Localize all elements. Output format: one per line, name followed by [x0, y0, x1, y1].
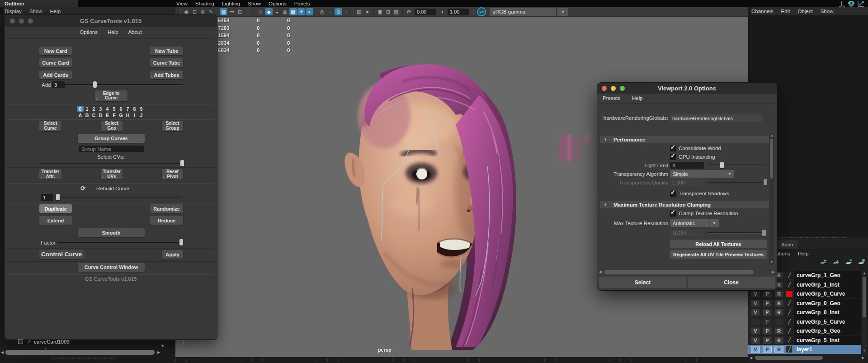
cursor-icon[interactable]: ➤ — [363, 8, 371, 15]
layer-swatch[interactable] — [786, 290, 793, 297]
rebuild-refresh-icon[interactable]: ⟳ — [80, 185, 85, 192]
playback-toggle[interactable]: P — [763, 309, 772, 316]
ambient-occlusion-icon[interactable]: ◎ — [318, 8, 326, 15]
grid-icon[interactable]: ▦ — [220, 8, 227, 15]
viewport-menu-item[interactable]: Shading — [195, 1, 214, 6]
layer-swatch[interactable]: ╱ — [786, 309, 793, 316]
paste-buffer-icon[interactable]: ⊞ — [384, 8, 392, 15]
factor-slider[interactable] — [57, 239, 182, 245]
curve-slot-F[interactable]: F — [111, 112, 118, 118]
copy-buffer-icon[interactable]: ▣ — [376, 8, 384, 15]
edge-to-curve-button[interactable]: Edge toCurve — [95, 90, 127, 101]
extend-button[interactable]: Extend — [39, 216, 72, 225]
select-button[interactable]: Select — [599, 277, 686, 288]
new-layer-from-selected-icon[interactable] — [857, 259, 866, 265]
layer-vscrollbar[interactable]: ▲ ▼ — [862, 271, 867, 354]
clamp-texture-checkbox[interactable]: ✓ — [670, 211, 676, 217]
visibility-toggle[interactable]: V — [751, 337, 760, 344]
curve-slot-C[interactable]: C — [91, 112, 97, 118]
layer-swatch[interactable]: ╱ — [786, 300, 793, 307]
scrollbar-thumb[interactable] — [604, 270, 754, 274]
add-tubes-button[interactable]: Add Tubes — [150, 71, 183, 79]
shadows-icon[interactable]: ◐ — [306, 8, 313, 15]
unused-toggle-icon[interactable]: ▪ — [343, 8, 350, 15]
outliner-item-row[interactable]: − ➚ curveCard1009 — [18, 338, 172, 345]
layer-swatch[interactable]: ╱ — [786, 272, 793, 279]
duplicate-button[interactable]: Duplicate — [39, 204, 72, 213]
curve-control-window-button[interactable]: Curve Control Window — [78, 263, 145, 272]
curve-slot-D[interactable]: D — [98, 112, 104, 118]
smooth-shade-icon[interactable]: ◆ — [265, 8, 273, 15]
textured-icon[interactable]: ▩ — [289, 8, 297, 15]
visibility-toggle[interactable]: V — [751, 300, 760, 307]
viewport-menu-item[interactable]: Show — [248, 1, 261, 6]
colorspace-select[interactable]: sRGB gamma — [490, 8, 556, 16]
layer-row[interactable]: VPR╱curveGrp_5_Inst — [748, 336, 861, 345]
playback-toggle[interactable]: P — [763, 300, 772, 307]
close-button[interactable]: Close — [688, 277, 775, 288]
motion-blur-icon[interactable]: ◌ — [326, 8, 334, 15]
new-empty-layer-icon[interactable] — [844, 259, 854, 265]
exposure-field[interactable]: 0.00 — [415, 9, 436, 15]
layer-menu-item[interactable]: Help — [798, 251, 809, 256]
consolidate-world-checkbox[interactable]: ✓ — [670, 146, 676, 151]
curve-slot-7[interactable]: 7 — [125, 106, 131, 112]
curve-slot-9[interactable]: 9 — [138, 106, 145, 112]
curve-slot-I[interactable]: I — [132, 112, 138, 118]
playback-toggle[interactable]: P — [763, 290, 772, 297]
select-geo-button[interactable]: SelectGeo — [101, 121, 123, 131]
slider-handle[interactable] — [93, 81, 97, 88]
curvetools-titlebar[interactable]: GS CurveTools v1.015 — [5, 15, 217, 27]
layer-row[interactable]: VPR╱curveGrp_0_Inst — [748, 308, 861, 317]
layer-row[interactable]: P╱curveGrp_5_Curve — [748, 317, 861, 326]
visibility-toggle[interactable]: V — [751, 309, 760, 316]
channel-menu-item[interactable]: Channels — [751, 9, 774, 14]
curvetools-menu-item[interactable]: Options — [80, 29, 98, 35]
curvetools-menu-item[interactable]: Help — [108, 29, 118, 35]
smooth-button[interactable]: Smooth — [78, 228, 145, 237]
viewport-menu-item[interactable]: Panels — [294, 1, 310, 6]
reload-textures-button[interactable]: Reload All Textures — [670, 240, 767, 248]
layer-label[interactable]: curveGrp_5_Curve — [794, 317, 861, 326]
rebuild-slider[interactable] — [53, 194, 182, 200]
flat-shade-icon[interactable]: ◒ — [273, 8, 281, 15]
gpu-instancing-checkbox[interactable]: ✓ — [670, 154, 676, 160]
channel-menu-item[interactable]: Edit — [781, 9, 790, 14]
add-count-slider[interactable] — [65, 81, 183, 88]
playback-toggle[interactable]: P — [763, 337, 772, 344]
layer-label[interactable]: curveGrp_0_Geo — [794, 299, 861, 308]
curvetools-window[interactable]: GS CurveTools v1.015 OptionsHelpAbout Ne… — [5, 15, 217, 339]
layer-label[interactable]: curveGrp_0_Curve — [794, 289, 861, 298]
transfer-attr-button[interactable]: TransferAttr. — [39, 169, 61, 179]
wireframe-on-shaded-icon[interactable]: ◍ — [281, 8, 289, 15]
viewport-menu-item[interactable]: View — [176, 1, 188, 6]
layer-hscrollbar[interactable]: ◀ ▶ — [750, 355, 867, 361]
reduce-button[interactable]: Reduce — [150, 216, 183, 225]
panel-grip[interactable] — [52, 358, 115, 358]
scroll-up-icon[interactable]: ▲ — [770, 134, 774, 137]
curve-card-button[interactable]: Curve Card — [39, 58, 72, 67]
layer-swatch[interactable]: ╱ — [786, 327, 793, 335]
layer-panel-grip[interactable] — [769, 237, 848, 238]
new-tube-button[interactable]: New Tube — [150, 47, 183, 55]
channel-menu-item[interactable]: Show — [821, 9, 834, 14]
isolate-select-icon[interactable]: ▧ — [355, 8, 363, 15]
curve-slot-B[interactable]: B — [84, 112, 90, 118]
outliner-tab[interactable]: Outliner — [0, 0, 78, 7]
curve-slot-A[interactable]: A — [77, 112, 84, 118]
scroll-up-icon[interactable]: ▲ — [863, 272, 866, 275]
curve-slot-3[interactable]: 3 — [98, 106, 104, 112]
curve-slot-8[interactable]: 8 — [132, 106, 138, 112]
scrollbar-thumb[interactable] — [5, 350, 155, 355]
scroll-down-icon[interactable]: ▼ — [863, 349, 866, 353]
layer-row[interactable]: VPR╱curveGrp_0_Geo — [748, 299, 861, 308]
layer-label[interactable]: curveGrp_5_Geo — [794, 326, 861, 335]
anti-aliasing-icon[interactable]: ⊙ — [335, 8, 342, 15]
select-camera-icon[interactable]: ◉ — [183, 8, 190, 15]
minimize-button[interactable] — [611, 86, 616, 91]
layer-label[interactable]: curveGrp_1_Geo — [794, 271, 861, 280]
visibility-toggle[interactable]: V — [751, 290, 760, 297]
playback-toggle[interactable]: P — [763, 327, 772, 335]
outliner-scroll-down-icon[interactable]: ▼ — [160, 344, 165, 348]
apply-button[interactable]: Apply — [162, 250, 183, 259]
